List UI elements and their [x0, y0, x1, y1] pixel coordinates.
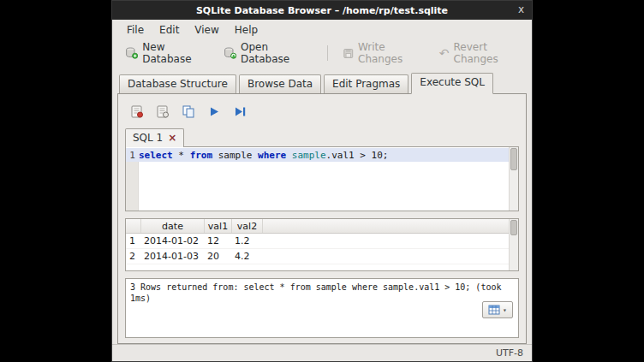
editor-scrollbar[interactable]	[509, 147, 518, 211]
line-number: 1	[126, 150, 139, 161]
menubar: File Edit View Help	[112, 20, 532, 40]
open-sql-file-button[interactable]	[128, 103, 146, 120]
table-view-icon	[488, 305, 500, 315]
statusbar: UTF-8	[112, 344, 532, 361]
editor-current-line[interactable]: 1 select * from sample where sample.val1…	[126, 148, 509, 162]
tab-browse-data[interactable]: Browse Data	[239, 74, 321, 93]
execute-current-line-icon	[232, 104, 247, 119]
column-header-rownum[interactable]	[126, 219, 141, 233]
open-sql-file-icon	[129, 104, 145, 119]
cell-val1[interactable]: 20	[205, 251, 232, 262]
results-header-row: date val1 val2	[126, 219, 509, 234]
main-toolbar: New Database Open Database	[112, 40, 532, 66]
cell-date[interactable]: 2014-01-02	[141, 235, 205, 246]
app-window: SQLite Database Browser – /home/rp/test.…	[111, 0, 533, 362]
menu-help[interactable]: Help	[227, 21, 265, 39]
sql-token: select	[139, 150, 173, 161]
toolbar-separator	[327, 45, 328, 61]
main-tabstrip: Database Structure Browse Data Edit Prag…	[117, 73, 527, 94]
sql-token: sample	[212, 150, 258, 161]
query-message-box: 3 Rows returned from: select * from samp…	[125, 278, 519, 338]
tab-edit-pragmas[interactable]: Edit Pragmas	[324, 74, 408, 93]
save-sql-file-icon	[155, 104, 170, 119]
execute-current-line-button[interactable]	[231, 103, 248, 120]
new-database-label: New Database	[142, 41, 209, 65]
write-changes-label: Write Changes	[358, 41, 426, 65]
query-result-message: 3 Rows returned from: select * from samp…	[130, 282, 516, 304]
editor-scrollbar-thumb[interactable]	[510, 148, 517, 170]
table-row[interactable]: 1 2014-01-02 12 1.2	[126, 234, 509, 249]
write-changes-button[interactable]: Write Changes	[337, 39, 432, 68]
revert-changes-label: Revert Changes	[454, 41, 526, 65]
results-view-dropdown[interactable]: ▾	[482, 301, 513, 318]
cell-val1[interactable]: 12	[205, 235, 232, 246]
sql-token: from	[190, 150, 213, 161]
window-title: SQLite Database Browser – /home/rp/test.…	[196, 5, 448, 16]
chevron-down-icon: ▾	[503, 305, 507, 316]
execute-sql-button[interactable]	[206, 103, 223, 120]
sql-tab-label: SQL 1	[133, 132, 163, 144]
copy-button[interactable]	[180, 103, 197, 120]
save-sql-file-button[interactable]	[154, 103, 171, 120]
menu-view[interactable]: View	[187, 21, 226, 39]
window-close-button[interactable]: x	[518, 3, 524, 15]
cell-val2[interactable]: 1.2	[232, 235, 263, 246]
revert-changes-button[interactable]: ↶ Revert Changes	[433, 39, 532, 68]
sql-tab-1[interactable]: SQL 1 ×	[125, 128, 184, 147]
new-database-button[interactable]: New Database	[119, 39, 216, 68]
sql-tabrow: SQL 1 ×	[125, 128, 519, 146]
execute-sql-panel: SQL 1 × 1 select * from sample where sam…	[117, 94, 527, 344]
table-row[interactable]: 2 2014-01-03 20 4.2	[126, 249, 509, 264]
new-database-icon	[125, 46, 138, 60]
sql-token: *	[173, 150, 190, 161]
open-database-button[interactable]: Open Database	[218, 39, 319, 68]
sql-editor[interactable]: 1 select * from sample where sample.val1…	[125, 146, 519, 211]
window-titlebar[interactable]: SQLite Database Browser – /home/rp/test.…	[112, 1, 532, 20]
cell-val2[interactable]: 4.2	[232, 251, 263, 262]
open-database-label: Open Database	[241, 41, 313, 65]
tab-database-structure[interactable]: Database Structure	[119, 74, 236, 93]
menu-file[interactable]: File	[119, 21, 152, 39]
copy-icon	[181, 104, 196, 119]
open-database-icon	[224, 46, 236, 60]
results-grid: date val1 val2 1 2014-01-02 12 1.2 2 201…	[125, 218, 519, 271]
editor-gutter	[126, 162, 139, 211]
encoding-label: UTF-8	[496, 347, 523, 359]
sql-statement: select * from sample where sample.val1 >…	[139, 150, 388, 161]
write-changes-icon	[343, 47, 354, 60]
sql-tab-close-icon[interactable]: ×	[168, 134, 176, 142]
results-scrollbar-thumb[interactable]	[510, 220, 517, 235]
sql-token	[286, 150, 292, 161]
row-number: 2	[126, 251, 141, 262]
revert-changes-icon: ↶	[439, 46, 450, 60]
menu-edit[interactable]: Edit	[152, 21, 187, 39]
column-header-val2[interactable]: val2	[232, 219, 263, 233]
desktop-background: SQLite Database Browser – /home/rp/test.…	[0, 0, 644, 362]
sql-toolbar	[125, 101, 519, 122]
sql-token: sample	[292, 150, 326, 161]
tab-execute-sql[interactable]: Execute SQL	[411, 73, 493, 94]
column-header-val1[interactable]: val1	[205, 219, 232, 233]
results-scrollbar[interactable]	[509, 219, 518, 270]
execute-sql-icon	[206, 104, 222, 119]
cell-date[interactable]: 2014-01-03	[141, 251, 205, 262]
main-content: Database Structure Browse Data Edit Prag…	[117, 73, 527, 344]
sql-token: where	[258, 150, 286, 161]
column-header-date[interactable]: date	[141, 219, 205, 233]
sql-token: .val1 > 10;	[326, 150, 389, 161]
row-number: 1	[126, 235, 141, 246]
